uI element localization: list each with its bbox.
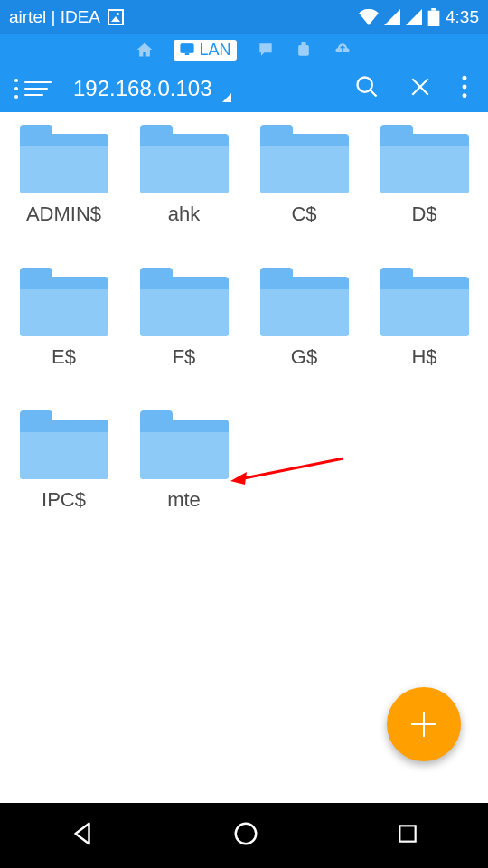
nav-recent-button[interactable] <box>369 813 446 858</box>
fab-add-button[interactable] <box>387 687 461 761</box>
clock-label: 4:35 <box>446 7 479 27</box>
wifi-icon <box>359 9 379 25</box>
svg-rect-0 <box>431 8 436 11</box>
nav-home-button[interactable] <box>205 811 286 860</box>
folder-item[interactable]: mte <box>127 410 240 512</box>
menu-button[interactable] <box>9 73 57 104</box>
android-nav-bar <box>0 803 488 868</box>
folder-label: E$ <box>52 345 76 369</box>
svg-rect-1 <box>428 11 440 26</box>
address-dropdown-icon[interactable] <box>222 93 231 102</box>
folder-item[interactable]: IPC$ <box>7 410 120 512</box>
tab-home[interactable] <box>136 41 154 59</box>
picture-notification-icon <box>108 9 124 25</box>
tab-apps[interactable] <box>295 41 313 59</box>
folder-icon <box>260 268 349 336</box>
folder-icon <box>380 125 469 193</box>
folder-item[interactable]: G$ <box>248 268 361 369</box>
battery-icon <box>427 8 440 26</box>
folder-label: IPC$ <box>42 488 86 512</box>
android-status-bar: airtel | IDEA 4:35 <box>0 0 488 34</box>
folder-icon <box>260 125 349 193</box>
svg-rect-7 <box>301 42 305 45</box>
svg-rect-5 <box>185 53 190 55</box>
overflow-menu-button[interactable] <box>450 68 479 109</box>
folder-item[interactable]: C$ <box>248 125 361 226</box>
file-grid-area: ADMIN$ ahk C$ D$ E$ F$ G$ H$ <box>0 112 488 803</box>
folder-icon <box>140 410 229 479</box>
folder-label: C$ <box>291 203 316 226</box>
folder-item[interactable]: ADMIN$ <box>7 125 120 226</box>
folder-item[interactable]: H$ <box>368 268 481 369</box>
folder-label: D$ <box>411 203 436 226</box>
folder-item[interactable]: E$ <box>7 268 120 369</box>
carrier-label: airtel | IDEA <box>9 7 100 27</box>
signal-icon-1 <box>384 9 400 25</box>
svg-point-8 <box>358 78 372 92</box>
tab-lan[interactable]: LAN <box>174 40 236 61</box>
svg-line-9 <box>371 90 377 97</box>
search-button[interactable] <box>343 67 390 110</box>
svg-rect-18 <box>400 826 416 841</box>
folder-label: F$ <box>173 345 196 369</box>
folder-icon <box>20 410 108 479</box>
folder-item[interactable]: D$ <box>368 125 481 226</box>
svg-rect-4 <box>183 46 192 52</box>
folder-label: ADMIN$ <box>26 203 101 226</box>
signal-icon-2 <box>406 9 422 25</box>
tab-lan-label: LAN <box>199 41 230 60</box>
folder-item[interactable]: F$ <box>127 268 240 369</box>
svg-point-14 <box>463 93 467 98</box>
address-bar[interactable]: 192.168.0.103 <box>73 76 211 101</box>
close-button[interactable] <box>398 68 443 109</box>
tab-cloud[interactable] <box>333 41 352 59</box>
folder-grid: ADMIN$ ahk C$ D$ E$ F$ G$ H$ <box>0 112 488 524</box>
folder-label: G$ <box>291 345 317 369</box>
app-toolbar: 192.168.0.103 <box>0 65 488 112</box>
folder-label: ahk <box>168 203 200 226</box>
folder-icon <box>140 268 229 336</box>
folder-icon <box>20 125 108 193</box>
folder-label: H$ <box>411 345 436 369</box>
folder-item[interactable]: ahk <box>127 125 240 226</box>
svg-point-13 <box>463 85 467 90</box>
folder-icon <box>140 125 229 193</box>
nav-back-button[interactable] <box>42 811 123 860</box>
location-tab-strip: LAN <box>0 34 488 65</box>
tab-sms[interactable] <box>257 41 275 59</box>
svg-point-17 <box>236 824 257 844</box>
svg-point-12 <box>463 76 467 80</box>
folder-label: mte <box>167 488 201 512</box>
folder-icon <box>380 268 469 336</box>
svg-rect-6 <box>298 45 309 56</box>
folder-icon <box>20 268 108 336</box>
